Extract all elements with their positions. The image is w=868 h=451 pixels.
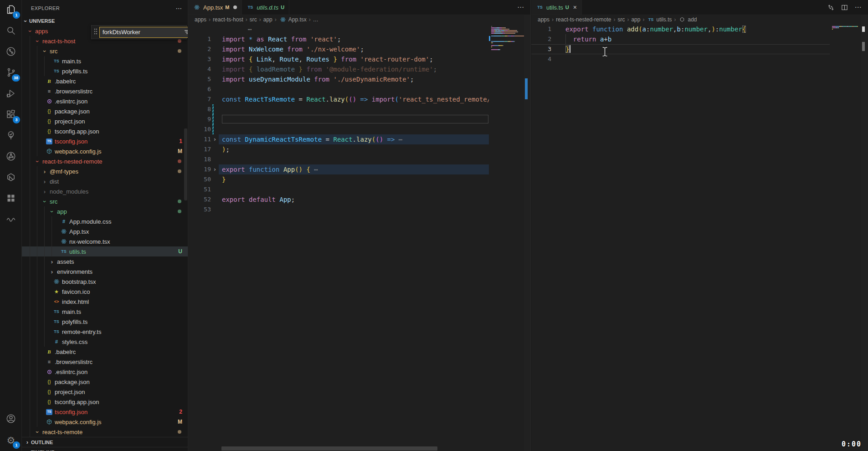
activity-item-extensions[interactable]: 3 [0,105,22,126]
tree-item-App.tsx[interactable]: App.tsx [22,226,188,236]
sidebar-scrollbar[interactable] [184,128,187,200]
code-line-52[interactable]: 52export default App; [188,195,489,205]
tree-item-tsconfig.json[interactable]: TStsconfig.json2 [22,407,188,417]
activity-item-accounts[interactable] [0,409,22,430]
code-line-x[interactable]: ⋯ [188,24,489,34]
editor-more-actions-icon[interactable]: ⋯ [517,3,530,11]
tree-item-polyfills.ts[interactable]: TSpolyfills.ts [22,317,188,327]
tree-item-src[interactable]: ›src [22,46,188,56]
code-line-50[interactable]: 50} [188,174,489,184]
minimap[interactable] [489,24,524,206]
activity-item-explorer[interactable]: 1 [0,0,22,21]
tree-item-.browserslistrc[interactable]: ≡.browserslistrc [22,86,188,96]
tree-item-.babelrc[interactable]: B.babelrc [22,347,188,357]
breadcrumb-item-react-ts-nested-remote[interactable]: react-ts-nested-remote [556,16,611,23]
breadcrumb-item-app[interactable]: app [263,16,272,23]
tree-item-webpack.config.js[interactable]: webpack.config.jsM [22,146,188,156]
tab-App.tsx[interactable]: App.tsxM [188,0,242,15]
tree-item-tsconfig.json[interactable]: TStsconfig.json1 [22,136,188,146]
tree-item-.eslintrc.json[interactable]: .eslintrc.json [22,367,188,377]
code-editor[interactable]: 1export function add(a:number,b:number,)… [531,24,830,451]
dirty-indicator-icon[interactable] [233,5,237,9]
code-line-4[interactable]: 4import { loadRemote } from '@module-fed… [188,64,489,74]
tree-item-app[interactable]: ›app [22,206,188,216]
code-line-11[interactable]: 11›const DynamicReactTsRemote = React.la… [188,134,489,144]
tree-item-assets[interactable]: ›assets [22,256,188,266]
code-line-6[interactable]: 6 [188,84,489,94]
tree-item-utils.ts[interactable]: TSutils.tsU [22,246,188,256]
views-more-actions-icon[interactable]: ⋯ [176,5,182,12]
tree-item-styles.css[interactable]: #styles.css [22,337,188,347]
activity-item-todo-tree[interactable] [0,126,22,147]
code-editor[interactable]: ⋯1import * as React from 'react';2import… [188,24,489,451]
tree-item-main.ts[interactable]: TSmain.ts [22,56,188,66]
code-line-2[interactable]: 2import NxWelcome from './nx-welcome'; [188,44,489,54]
breadcrumb-item-src[interactable]: src [250,16,257,23]
tree-item-src[interactable]: ›src [22,196,188,206]
tree-item-.browserslistrc[interactable]: ≡.browserslistrc [22,357,188,367]
code-line-5[interactable]: 5import useDynamicModule from './useDyna… [188,74,489,84]
tree-item-index.html[interactable]: <>index.html [22,297,188,307]
tab-utils.ts[interactable]: TSutils.tsU× [531,0,582,15]
workspace-section-header[interactable]: › UNIVERSE [22,16,188,26]
activity-item-search[interactable] [0,21,22,42]
tree-item-react-ts-nested-remote[interactable]: ›react-ts-nested-remote [22,156,188,166]
code-line-4[interactable]: 4 [531,54,830,64]
close-icon[interactable]: × [573,4,577,11]
breadcrumb-item-apps[interactable]: apps [538,16,550,23]
tree-item-nx-welcome.tsx[interactable]: nx-welcome.tsx [22,236,188,246]
tree-item-node_modules[interactable]: ›node_modules [22,186,188,196]
code-line-51[interactable]: 51 [188,184,489,195]
activity-item-settings[interactable]: ⚙1 [0,430,22,451]
code-line-18[interactable]: 18 [188,154,489,164]
tree-item-tsconfig.app.json[interactable]: {}tsconfig.app.json [22,397,188,407]
editor-more-actions-icon[interactable]: ⋯ [853,2,863,13]
find-input[interactable] [103,29,183,36]
timeline-section[interactable]: › TIMELINE [22,447,188,451]
tree-item-react-ts-remote[interactable]: ›react-ts-remote [22,427,188,437]
breadcrumb-item-react-ts-host[interactable]: react-ts-host [213,16,243,23]
code-line-1[interactable]: 1export function add(a:number,b:number,)… [531,24,830,34]
tree-item-main.ts[interactable]: TSmain.ts [22,307,188,317]
activity-item-run-and-debug[interactable] [0,84,22,105]
code-line-3[interactable]: 3} [531,44,830,54]
tree-item-.eslintrc.json[interactable]: .eslintrc.json [22,96,188,106]
tree-item-polyfills.ts[interactable]: TSpolyfills.ts [22,66,188,76]
tree-item-.babelrc[interactable]: B.babelrc [22,76,188,86]
tree-item-dist[interactable]: ›dist [22,176,188,186]
tree-item-webpack.config.js[interactable]: webpack.config.jsM [22,417,188,427]
horizontal-scrollbar[interactable] [221,446,437,451]
tree-item-tsconfig.app.json[interactable]: {}tsconfig.app.json [22,126,188,136]
code-line-8[interactable]: 8 [188,104,489,114]
code-line-1[interactable]: 1import * as React from 'react'; [188,34,489,44]
tree-item-favicon.ico[interactable]: ★favicon.ico [22,287,188,297]
activity-item-remote-explorer[interactable] [0,42,22,63]
tree-item-package.json[interactable]: {}package.json [22,106,188,116]
code-line-9[interactable]: 9 [188,114,489,124]
split-editor-icon[interactable] [839,2,850,13]
activity-item-wave-extension[interactable] [0,210,22,231]
code-line-19[interactable]: 19›export function App() { ⋯ [188,164,489,174]
tree-item-environments[interactable]: ›environments [22,266,188,277]
filter-icon[interactable] [183,28,188,37]
code-line-7[interactable]: 7const ReactTsRemote = React.lazy(() => … [188,94,489,104]
fold-chevron-icon[interactable]: › [211,164,219,174]
tree-item-App.module.css[interactable]: #App.module.css [22,216,188,226]
breadcrumb-item-add[interactable]: add [678,16,697,23]
activity-item-git-graph[interactable] [0,147,22,168]
outline-section[interactable]: › OUTLINE [22,437,188,447]
tree-item-@mf-types[interactable]: ›@mf-types [22,166,188,176]
tab-utils.d.ts[interactable]: TSutils.d.tsU [242,0,290,15]
open-changes-icon[interactable] [825,2,836,13]
tree-item-project.json[interactable]: {}project.json [22,387,188,397]
tree-item-package.json[interactable]: {}package.json [22,377,188,387]
tree-item-remote-entry.ts[interactable]: TSremote-entry.ts [22,327,188,337]
code-line-10[interactable]: 10 [188,124,489,134]
code-line-3[interactable]: 3import { Link, Route, Routes } from 're… [188,54,489,64]
breadcrumb-item-…[interactable]: … [313,16,318,23]
activity-item-grid-extension[interactable] [0,189,22,210]
breadcrumb-item-utils.ts[interactable]: TSutils.ts [647,16,672,23]
code-line-53[interactable]: 53 [188,205,489,215]
code-line-2[interactable]: 2 return a+b [531,34,830,44]
tree-item-bootstrap.tsx[interactable]: bootstrap.tsx [22,277,188,287]
